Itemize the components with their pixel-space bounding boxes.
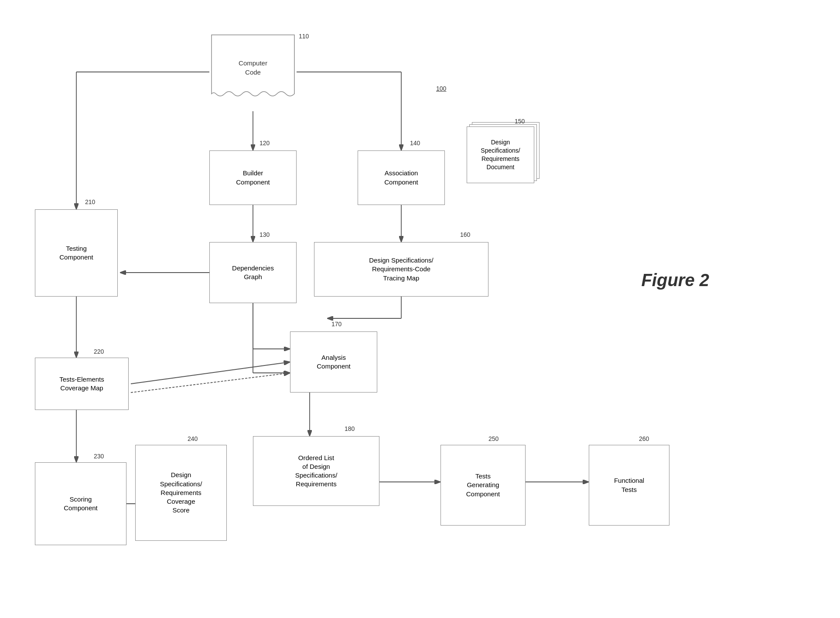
ref-160: 160 bbox=[460, 231, 470, 238]
functional-tests-box: FunctionalTests bbox=[589, 445, 669, 526]
ref-210: 210 bbox=[85, 198, 95, 205]
ref-180: 180 bbox=[345, 425, 355, 432]
tests-gen-box: TestsGeneratingComponent bbox=[440, 445, 526, 526]
ref-140: 140 bbox=[410, 140, 420, 147]
design-cov-score-box: DesignSpecifications/RequirementsCoverag… bbox=[135, 445, 227, 541]
dependencies-graph-box: DependenciesGraph bbox=[209, 242, 297, 303]
svg-line-16 bbox=[131, 362, 290, 384]
ordered-list-box: Ordered Listof DesignSpecifications/Requ… bbox=[253, 436, 379, 506]
ref-130: 130 bbox=[260, 231, 270, 238]
builder-component-box: BuilderComponent bbox=[209, 150, 297, 205]
ref-100: 100 bbox=[436, 85, 446, 92]
ref-250: 250 bbox=[488, 435, 499, 442]
diagram-container: 100 Computer Code 110 BuilderComponent 1… bbox=[0, 0, 840, 618]
computer-code-box: Computer Code bbox=[209, 33, 297, 109]
analysis-component-box: AnalysisComponent bbox=[290, 331, 377, 393]
ref-170: 170 bbox=[331, 321, 341, 328]
tests-elements-box: Tests-ElementsCoverage Map bbox=[35, 358, 129, 410]
scoring-component-box: ScoringComponent bbox=[35, 462, 126, 545]
ref-260: 260 bbox=[639, 435, 649, 442]
ref-110: 110 bbox=[299, 33, 309, 40]
ds-req-code-box: Design Specifications/Requirements-CodeT… bbox=[314, 242, 488, 297]
association-component-box: AssociationComponent bbox=[358, 150, 445, 205]
ref-240: 240 bbox=[188, 435, 198, 442]
ref-230: 230 bbox=[94, 453, 104, 460]
testing-component-box: TestingComponent bbox=[35, 209, 118, 297]
ref-220: 220 bbox=[94, 348, 104, 355]
ref-120: 120 bbox=[260, 140, 270, 147]
svg-text:Code: Code bbox=[245, 68, 261, 76]
figure-label: Figure 2 bbox=[641, 270, 709, 290]
svg-line-18 bbox=[131, 373, 290, 393]
svg-text:Computer: Computer bbox=[239, 59, 267, 67]
ref-150: 150 bbox=[515, 118, 525, 125]
